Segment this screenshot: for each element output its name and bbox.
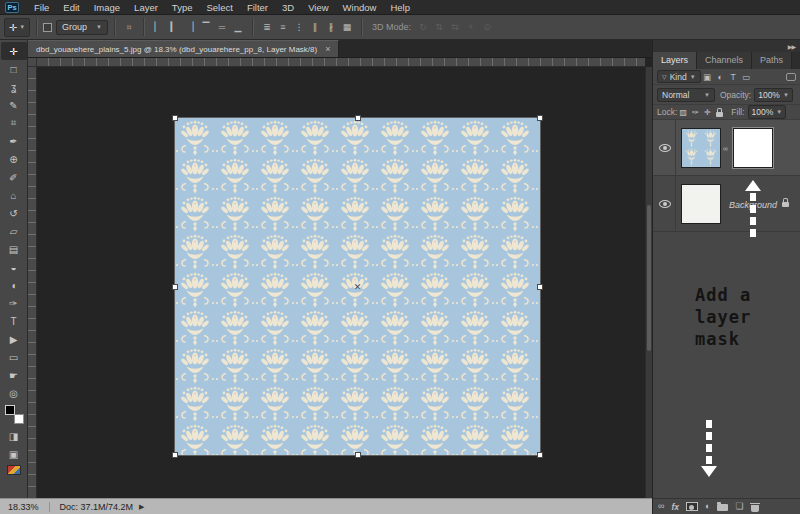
align-bottom-edges-icon[interactable]: ▁	[230, 19, 246, 35]
hand-tool[interactable]: ☛	[1, 366, 27, 384]
document-tab[interactable]: dbd_youarehere_plains_5.jpg @ 18.3% (dbd…	[28, 40, 339, 57]
screen-mode-button[interactable]: ▣	[1, 445, 27, 463]
tab-layers[interactable]: Layers	[653, 52, 697, 69]
transform-handle[interactable]	[355, 452, 361, 458]
transform-handle[interactable]	[537, 452, 543, 458]
rectangular-marquee-tool[interactable]: □	[1, 60, 27, 78]
healing-brush-tool[interactable]: ⊕	[1, 150, 27, 168]
menu-3d[interactable]: 3D	[275, 0, 301, 15]
menu-edit[interactable]: Edit	[56, 0, 86, 15]
filter-kind-dropdown[interactable]: ▽ Kind ▼	[657, 70, 701, 83]
eyedropper-tool[interactable]: ✒	[1, 132, 27, 150]
transform-handle[interactable]	[355, 115, 361, 121]
filtering-toggle[interactable]	[786, 73, 796, 81]
lock-position-icon[interactable]: ✛	[701, 108, 713, 117]
layer-thumbnail[interactable]	[681, 128, 721, 168]
distribute-bottom-edges-icon[interactable]: ⋮	[291, 19, 307, 35]
distribute-vertical-centers-icon[interactable]: ≡	[275, 19, 291, 35]
vertical-scrollbar[interactable]	[645, 67, 652, 498]
visibility-eye-icon[interactable]	[659, 200, 671, 208]
new-group-icon[interactable]	[717, 504, 728, 511]
transform-handle[interactable]	[537, 284, 543, 290]
align-horizontal-centers-icon[interactable]: ▎	[166, 19, 182, 35]
show-transform-controls-icon[interactable]: ⌗	[121, 19, 137, 35]
background-color-swatch[interactable]	[14, 414, 24, 424]
align-top-edges-icon[interactable]: ▔	[198, 19, 214, 35]
clone-stamp-tool[interactable]: ⌂	[1, 186, 27, 204]
auto-select-checkbox[interactable]	[43, 23, 52, 32]
history-brush-tool[interactable]: ↺	[1, 204, 27, 222]
distribute-horizontal-centers-icon[interactable]: ∦	[323, 19, 339, 35]
transform-handle[interactable]	[172, 284, 178, 290]
lock-image-pixels-icon[interactable]: ✑	[689, 108, 701, 117]
transform-handle[interactable]	[172, 115, 178, 121]
status-menu-arrow-icon[interactable]: ▶	[139, 503, 144, 511]
fill-value-dropdown[interactable]: 100% ▼	[748, 105, 787, 119]
menu-layer[interactable]: Layer	[127, 0, 165, 15]
pen-tool[interactable]: ✑	[1, 294, 27, 312]
zoom-tool[interactable]: ◎	[1, 384, 27, 402]
filter-type-layers-icon[interactable]: T	[727, 72, 740, 82]
align-vertical-centers-icon[interactable]: ═	[214, 19, 230, 35]
layer-mask-thumbnail[interactable]	[733, 128, 773, 168]
type-tool[interactable]: T	[1, 312, 27, 330]
lock-transparent-pixels-icon[interactable]: ▨	[677, 108, 689, 117]
menu-type[interactable]: Type	[165, 0, 200, 15]
tab-paths[interactable]: Paths	[752, 52, 792, 69]
scrollbar-thumb[interactable]	[647, 205, 651, 352]
blur-tool[interactable]: ◒	[1, 258, 27, 276]
layer-row-background[interactable]: Background	[653, 176, 800, 232]
dodge-tool[interactable]: ◖	[1, 276, 27, 294]
align-left-edges-icon[interactable]: ▏	[150, 19, 166, 35]
tool-preset-button[interactable]: ✛▼	[4, 18, 30, 37]
foreground-color-swatch[interactable]	[5, 405, 15, 415]
close-icon[interactable]: ×	[325, 44, 330, 54]
adjustment-layer-icon[interactable]: ◐	[705, 502, 710, 511]
distribute-left-edges-icon[interactable]: ∥	[307, 19, 323, 35]
blend-mode-dropdown[interactable]: Normal ▼	[657, 88, 715, 102]
collapse-panels-icon[interactable]: ▶▶	[788, 43, 795, 50]
toolbar-bottom-icon[interactable]	[7, 465, 21, 475]
menu-filter[interactable]: Filter	[240, 0, 275, 15]
menu-file[interactable]: File	[27, 0, 56, 15]
color-swatches[interactable]	[4, 405, 24, 424]
auto-align-layers-icon[interactable]: ▦	[339, 19, 355, 35]
menu-image[interactable]: Image	[87, 0, 127, 15]
gradient-tool[interactable]: ▤	[1, 240, 27, 258]
lasso-tool[interactable]: ʓ	[1, 78, 27, 96]
document-image[interactable]: ✕	[175, 118, 540, 455]
quick-mask-mode-button[interactable]: ◨	[1, 427, 27, 445]
quick-selection-tool[interactable]: ✎	[1, 96, 27, 114]
filter-adjustment-layers-icon[interactable]: ◐	[714, 72, 727, 82]
eraser-tool[interactable]: ▱	[1, 222, 27, 240]
align-right-edges-icon[interactable]: ▕	[182, 19, 198, 35]
delete-layer-icon[interactable]	[751, 505, 759, 512]
menu-window[interactable]: Window	[336, 0, 384, 15]
layer-thumbnail[interactable]	[681, 184, 721, 224]
auto-select-dropdown[interactable]: Group ▼	[56, 20, 108, 35]
filter-pixel-layers-icon[interactable]: ▣	[701, 72, 714, 82]
menu-select[interactable]: Select	[199, 0, 239, 15]
link-layers-icon[interactable]: ∞	[658, 502, 664, 511]
mask-link-icon[interactable]: ∞	[723, 145, 728, 152]
menu-view[interactable]: View	[301, 0, 335, 15]
distribute-top-edges-icon[interactable]: ≣	[259, 19, 275, 35]
filter-shape-layers-icon[interactable]: ▭	[740, 72, 753, 82]
transform-handle[interactable]	[172, 452, 178, 458]
zoom-level[interactable]: 18.33%	[8, 502, 39, 512]
menu-help[interactable]: Help	[383, 0, 417, 15]
layer-row-pattern[interactable]: ∞	[653, 120, 800, 176]
move-tool[interactable]: ✛	[1, 42, 27, 60]
opacity-value-dropdown[interactable]: 100% ▼	[754, 88, 793, 102]
path-selection-tool[interactable]: ▶	[1, 330, 27, 348]
add-layer-mask-button[interactable]	[686, 502, 698, 511]
transform-handle[interactable]	[537, 115, 543, 121]
shape-tool[interactable]: ▭	[1, 348, 27, 366]
visibility-eye-icon[interactable]	[659, 144, 671, 152]
new-layer-icon[interactable]: ❏	[735, 502, 743, 511]
layer-style-fx-button[interactable]: fx	[671, 502, 679, 512]
lock-all-icon[interactable]	[716, 112, 723, 117]
brush-tool[interactable]: ✐	[1, 168, 27, 186]
tab-channels[interactable]: Channels	[697, 52, 752, 69]
crop-tool[interactable]: ⌗	[1, 114, 27, 132]
